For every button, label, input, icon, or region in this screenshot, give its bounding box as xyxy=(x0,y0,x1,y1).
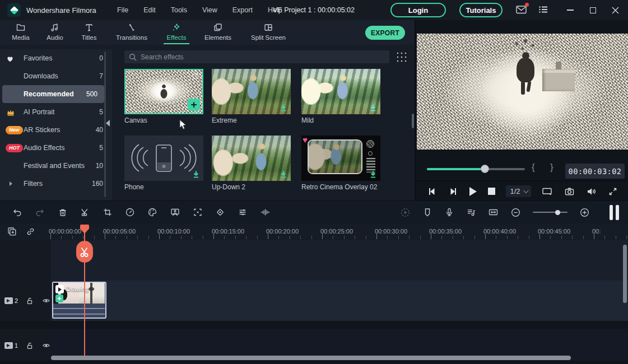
effect-name: Extreme xyxy=(212,116,237,124)
volume-button[interactable] xyxy=(586,186,597,197)
add-effect-button[interactable]: + xyxy=(188,99,200,111)
redo-button[interactable] xyxy=(35,207,45,217)
stop-button[interactable] xyxy=(488,188,495,195)
menu-edit[interactable]: Edit xyxy=(143,6,156,14)
fullscreen-button[interactable] xyxy=(608,186,618,197)
sidebar-item-downloads[interactable]: Downloads 7 xyxy=(0,67,112,85)
login-button[interactable]: Login xyxy=(390,3,446,17)
timeline-vertical-scrollbar[interactable] xyxy=(623,245,627,303)
tab-effects[interactable]: Effects xyxy=(159,22,194,41)
color-palette-button[interactable] xyxy=(147,207,157,217)
favorite-heart-icon[interactable]: ♡ xyxy=(192,72,199,80)
playback-rate-dropdown[interactable]: 1/2 xyxy=(506,185,531,197)
keyframe-button[interactable] xyxy=(215,207,225,217)
marker-button[interactable] xyxy=(422,207,432,217)
minimize-button[interactable] xyxy=(561,0,580,20)
export-button[interactable]: EXPORT xyxy=(365,26,405,40)
lock-icon[interactable] xyxy=(25,296,34,305)
filmora-window: Wondershare Filmora File Edit Tools View… xyxy=(0,0,628,364)
tab-split-screen[interactable]: Split Screen xyxy=(243,22,294,41)
effect-name: Mild xyxy=(301,116,314,124)
tab-elements[interactable]: Elements xyxy=(198,22,238,41)
tab-transitions[interactable]: Transitions xyxy=(110,22,153,41)
download-icon[interactable] xyxy=(279,170,288,179)
render-preview-button[interactable] xyxy=(400,207,411,218)
tv-dial-icon xyxy=(368,151,373,156)
play-button[interactable] xyxy=(469,187,477,196)
mail-icon[interactable] xyxy=(515,4,528,16)
effects-scrollbar[interactable] xyxy=(412,114,414,128)
zoom-slider-handle[interactable] xyxy=(555,210,560,215)
expand-arrow-icon[interactable] xyxy=(6,181,24,186)
zoom-in-button[interactable] xyxy=(579,207,590,218)
sidebar-item-ai-portrait[interactable]: AI Portrait 5 xyxy=(0,103,112,121)
search-bar[interactable] xyxy=(124,50,389,63)
download-icon[interactable] xyxy=(192,170,201,179)
green-screen-button[interactable] xyxy=(170,207,180,217)
search-input[interactable] xyxy=(141,53,353,61)
seek-handle[interactable] xyxy=(481,165,489,173)
undo-button[interactable] xyxy=(12,207,22,217)
eye-icon[interactable] xyxy=(41,341,51,350)
seek-bar[interactable] xyxy=(427,168,525,170)
delete-button[interactable] xyxy=(58,207,68,217)
add-to-new-track-icon[interactable] xyxy=(7,226,17,237)
crop-button[interactable] xyxy=(103,207,113,217)
effect-thumb-phone[interactable] xyxy=(124,136,203,181)
timeline-zoom-slider[interactable] xyxy=(533,212,567,213)
menu-tools[interactable]: Tools xyxy=(171,6,187,14)
next-frame-button[interactable] xyxy=(448,186,458,197)
record-voiceover-button[interactable] xyxy=(444,207,454,217)
timeline-ruler[interactable]: 00:00:00:00 00:00:05:00 00:00:10:00 00:0… xyxy=(0,223,628,240)
effect-thumb-retro-cinema-overlay[interactable]: ♥ xyxy=(301,136,380,181)
menu-file[interactable]: File xyxy=(117,6,128,14)
menu-list-icon[interactable] xyxy=(538,4,551,16)
lock-icon[interactable] xyxy=(25,341,34,350)
sidebar-item-favorites[interactable]: Favorites 0 xyxy=(0,49,112,67)
link-icon[interactable] xyxy=(25,226,36,237)
sidebar-collapse-icon[interactable] xyxy=(106,120,110,127)
download-icon[interactable] xyxy=(369,170,378,179)
effect-thumb-mild[interactable] xyxy=(301,69,380,114)
elements-icon xyxy=(198,22,238,32)
tutorials-button[interactable]: Tutorials xyxy=(459,3,503,17)
eye-icon[interactable] xyxy=(41,296,51,305)
tab-media[interactable]: Media xyxy=(7,22,35,41)
previous-frame-button[interactable] xyxy=(427,186,437,197)
mark-out-icon[interactable]: } xyxy=(550,162,553,173)
sidebar-item-audio-effects[interactable]: HOT Audio Effects 5 xyxy=(0,139,112,157)
preview-viewport[interactable] xyxy=(417,34,628,150)
mark-in-icon[interactable]: { xyxy=(532,162,535,173)
panel-resize-handle[interactable] xyxy=(610,205,619,220)
audio-mixer-button[interactable] xyxy=(466,207,476,217)
sidebar-item-ar-stickers[interactable]: New AR Stickers 40 xyxy=(0,121,112,139)
play-on-second-display-button[interactable] xyxy=(542,186,553,197)
timeline-horizontal-scrollbar[interactable] xyxy=(51,356,571,360)
video-track-2-lane[interactable] xyxy=(51,281,628,321)
maximize-button[interactable] xyxy=(583,0,602,20)
effect-thumb-canvas[interactable]: ♡ + xyxy=(124,69,203,114)
zoom-out-button[interactable] xyxy=(510,207,521,218)
effect-thumb-extreme[interactable] xyxy=(212,69,291,114)
snapshot-camera-button[interactable] xyxy=(564,186,575,197)
motion-tracking-button[interactable] xyxy=(193,207,203,217)
speed-button[interactable] xyxy=(125,207,135,217)
audio-denoise-button[interactable] xyxy=(260,207,271,217)
split-scissors-button[interactable] xyxy=(80,207,90,217)
sidebar-item-filters[interactable]: Filters 160 xyxy=(0,175,112,193)
fit-timeline-button[interactable] xyxy=(488,207,499,217)
download-icon[interactable] xyxy=(279,103,288,113)
tab-audio[interactable]: Audio xyxy=(41,22,69,41)
menu-view[interactable]: View xyxy=(202,6,217,14)
sidebar-item-recommended[interactable]: Recommended 500 xyxy=(2,85,104,103)
download-icon[interactable] xyxy=(369,103,378,113)
tab-titles[interactable]: Titles xyxy=(75,22,103,41)
effect-thumb-up-down-2[interactable] xyxy=(212,136,291,181)
playhead-scissors-icon[interactable] xyxy=(76,241,93,263)
close-button[interactable] xyxy=(606,0,625,20)
timeline-clip-drawing[interactable]: Drawing xyxy=(52,282,106,319)
timeline-empty-lane[interactable] xyxy=(51,240,628,281)
adjust-button[interactable] xyxy=(238,207,248,217)
grid-view-icon[interactable] xyxy=(397,52,407,62)
sidebar-item-festival-and-events[interactable]: Festival and Events 10 xyxy=(0,157,112,175)
